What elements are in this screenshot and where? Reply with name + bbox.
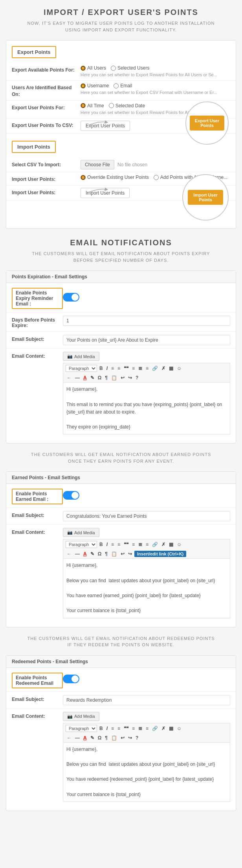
redeemed-help-btn[interactable]: ? bbox=[134, 735, 139, 741]
earned-indent-btn[interactable]: ← bbox=[66, 551, 73, 557]
redeemed-person-btn[interactable]: ☺ bbox=[176, 725, 183, 732]
redeemed-bold-btn[interactable]: B bbox=[98, 725, 104, 732]
redeemed-ol-btn[interactable]: ≡ bbox=[116, 725, 121, 732]
import-add-radio[interactable] bbox=[154, 175, 159, 180]
redeemed-omega-btn[interactable]: Ω bbox=[97, 735, 103, 741]
earned-special-btn[interactable]: ¶ bbox=[104, 551, 109, 557]
export-email-option[interactable]: Email bbox=[114, 83, 132, 88]
expiry-italic-btn[interactable]: I bbox=[105, 365, 109, 371]
earned-align-left-btn[interactable]: ≡ bbox=[131, 541, 136, 548]
export-selecteddate-radio[interactable] bbox=[109, 103, 114, 108]
expiry-paste-btn[interactable]: 📋 bbox=[110, 375, 118, 381]
expiry-enable-toggle[interactable] bbox=[63, 293, 79, 302]
expiry-align-left-btn[interactable]: ≡ bbox=[131, 365, 136, 371]
export-selected-users-radio[interactable] bbox=[111, 66, 116, 71]
expiry-special-btn[interactable]: ¶ bbox=[104, 375, 109, 381]
earned-editor-area[interactable]: Hi {username}, Below you can find latest… bbox=[63, 558, 230, 618]
earned-redo-btn[interactable]: ↪ bbox=[127, 551, 133, 557]
earned-enable-toggle[interactable] bbox=[63, 491, 79, 500]
redeemed-align-right-btn[interactable]: ≡ bbox=[145, 725, 150, 732]
expiry-subject-input[interactable] bbox=[63, 335, 230, 345]
redeemed-font-color-btn[interactable]: A bbox=[82, 735, 88, 741]
redeemed-align-center-btn[interactable]: ≣ bbox=[137, 725, 143, 732]
redeemed-italic-btn[interactable]: I bbox=[105, 725, 109, 732]
redeemed-blockquote-btn[interactable]: ❝❝ bbox=[123, 725, 130, 732]
earned-align-right-btn[interactable]: ≡ bbox=[145, 541, 150, 548]
expiry-edit-btn[interactable]: ✎ bbox=[89, 375, 95, 381]
choose-file-button[interactable]: Choose File bbox=[81, 160, 114, 169]
redeemed-edit-btn[interactable]: ✎ bbox=[89, 735, 95, 741]
expiry-table-btn[interactable]: ▦ bbox=[168, 365, 174, 371]
redeemed-paste-btn[interactable]: 📋 bbox=[110, 735, 118, 741]
redeemed-minus-btn[interactable]: — bbox=[74, 735, 81, 741]
expiry-help-btn[interactable]: ? bbox=[134, 375, 139, 381]
earned-ol-btn[interactable]: ≡ bbox=[116, 541, 121, 548]
expiry-undo-btn[interactable]: ↩ bbox=[119, 375, 126, 381]
export-selected-users-option[interactable]: Selected Users bbox=[111, 65, 149, 71]
earned-paragraph-select[interactable]: Paragraph bbox=[66, 541, 97, 548]
earned-link-btn[interactable]: 🔗 bbox=[151, 541, 159, 548]
expiry-indent-btn[interactable]: ← bbox=[66, 375, 73, 381]
expiry-days-input[interactable] bbox=[63, 316, 230, 326]
expiry-person-btn[interactable]: ☺ bbox=[176, 365, 183, 371]
export-username-radio[interactable] bbox=[81, 83, 86, 88]
export-callout-button[interactable]: Export User Points bbox=[190, 116, 224, 131]
expiry-blockquote-btn[interactable]: ❝❝ bbox=[123, 365, 130, 371]
expiry-align-center-btn[interactable]: ≣ bbox=[137, 365, 143, 371]
import-callout-button[interactable]: Import User Points bbox=[188, 190, 223, 205]
earned-unlink-btn[interactable]: ✗ bbox=[160, 541, 167, 548]
expiry-ul-btn[interactable]: ≡ bbox=[110, 365, 115, 371]
expiry-minus-btn[interactable]: — bbox=[74, 375, 81, 381]
export-all-users-option[interactable]: All Users bbox=[81, 65, 106, 71]
redeemed-link-btn[interactable]: 🔗 bbox=[151, 725, 159, 732]
earned-minus-btn[interactable]: — bbox=[74, 551, 81, 557]
expiry-add-media-button[interactable]: 📷 Add Media bbox=[63, 352, 99, 361]
redeemed-add-media-button[interactable]: 📷 Add Media bbox=[63, 712, 99, 721]
expiry-redo-btn[interactable]: ↪ bbox=[127, 375, 133, 381]
export-alltime-radio[interactable] bbox=[81, 103, 86, 108]
redeemed-ul-btn[interactable]: ≡ bbox=[110, 725, 115, 732]
earned-person-btn[interactable]: ☺ bbox=[176, 541, 183, 548]
expiry-font-color-btn[interactable]: A bbox=[82, 375, 88, 381]
earned-table-btn[interactable]: ▦ bbox=[168, 541, 174, 548]
earned-subject-input[interactable] bbox=[63, 511, 230, 521]
redeemed-enable-toggle[interactable] bbox=[63, 675, 79, 683]
earned-edit-btn[interactable]: ✎ bbox=[89, 551, 95, 557]
earned-add-media-button[interactable]: 📷 Add Media bbox=[63, 528, 99, 537]
expiry-bold-btn[interactable]: B bbox=[98, 365, 104, 371]
import-override-option[interactable]: Override Existing User Points bbox=[81, 175, 149, 180]
export-selecteddate-option[interactable]: Selected Date bbox=[109, 103, 145, 108]
expiry-unlink-btn[interactable]: ✗ bbox=[160, 365, 167, 371]
redeemed-undo-btn[interactable]: ↩ bbox=[119, 735, 126, 741]
earned-paste-btn[interactable]: 📋 bbox=[110, 551, 118, 557]
redeemed-align-left-btn[interactable]: ≡ bbox=[131, 725, 136, 732]
earned-omega-btn[interactable]: Ω bbox=[97, 551, 103, 557]
earned-italic-btn[interactable]: I bbox=[105, 541, 109, 548]
expiry-omega-btn[interactable]: Ω bbox=[97, 375, 103, 381]
import-override-radio[interactable] bbox=[81, 175, 86, 180]
redeemed-editor-area[interactable]: Hi {username}, Below you can find latest… bbox=[63, 742, 230, 802]
redeemed-redo-btn[interactable]: ↪ bbox=[127, 735, 133, 741]
expiry-paragraph-select[interactable]: Paragraph bbox=[66, 365, 97, 372]
export-email-radio[interactable] bbox=[114, 83, 119, 88]
redeemed-table-btn[interactable]: ▦ bbox=[168, 725, 174, 732]
earned-font-color-btn[interactable]: A bbox=[82, 551, 88, 557]
export-alltime-option[interactable]: All Time bbox=[81, 103, 104, 108]
earned-blockquote-btn[interactable]: ❝❝ bbox=[123, 541, 130, 548]
earned-ul-btn[interactable]: ≡ bbox=[110, 541, 115, 548]
expiry-link-btn[interactable]: 🔗 bbox=[151, 365, 159, 371]
redeemed-indent-btn[interactable]: ← bbox=[66, 735, 73, 741]
export-all-users-radio[interactable] bbox=[81, 66, 86, 71]
export-username-option[interactable]: Username bbox=[81, 83, 109, 88]
earned-align-center-btn[interactable]: ≣ bbox=[137, 541, 143, 548]
expiry-ol-btn[interactable]: ≡ bbox=[116, 365, 121, 371]
earned-insert-link-btn[interactable]: Insert/edit link (Ctrl+K) bbox=[134, 551, 186, 557]
redeemed-subject-input[interactable] bbox=[63, 695, 230, 705]
expiry-editor-area[interactable]: Hi {username}, This email is to remind y… bbox=[63, 382, 230, 434]
redeemed-unlink-btn[interactable]: ✗ bbox=[160, 725, 167, 732]
redeemed-special-btn[interactable]: ¶ bbox=[104, 735, 109, 741]
earned-bold-btn[interactable]: B bbox=[98, 541, 104, 548]
earned-undo-btn[interactable]: ↩ bbox=[119, 551, 126, 557]
redeemed-paragraph-select[interactable]: Paragraph bbox=[66, 725, 97, 732]
expiry-align-right-btn[interactable]: ≡ bbox=[145, 365, 150, 371]
